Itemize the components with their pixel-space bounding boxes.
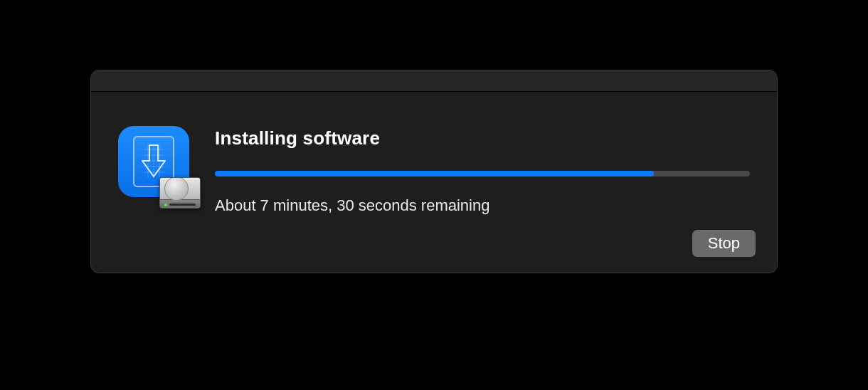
arrow-down-icon (139, 144, 168, 179)
button-row: Stop (692, 230, 756, 257)
stop-button[interactable]: Stop (692, 230, 756, 257)
status-text: About 7 minutes, 30 seconds remaining (215, 196, 750, 215)
dialog-title: Installing software (215, 127, 750, 149)
installer-icon (118, 126, 195, 203)
installer-dialog: Installing software About 7 minutes, 30 … (90, 70, 778, 273)
progress-fill (215, 171, 654, 176)
dialog-titlebar (91, 70, 777, 92)
dialog-body: Installing software About 7 minutes, 30 … (91, 92, 777, 232)
hard-disk-icon (159, 177, 201, 209)
dialog-content: Installing software About 7 minutes, 30 … (215, 126, 750, 215)
progress-bar (215, 171, 750, 176)
